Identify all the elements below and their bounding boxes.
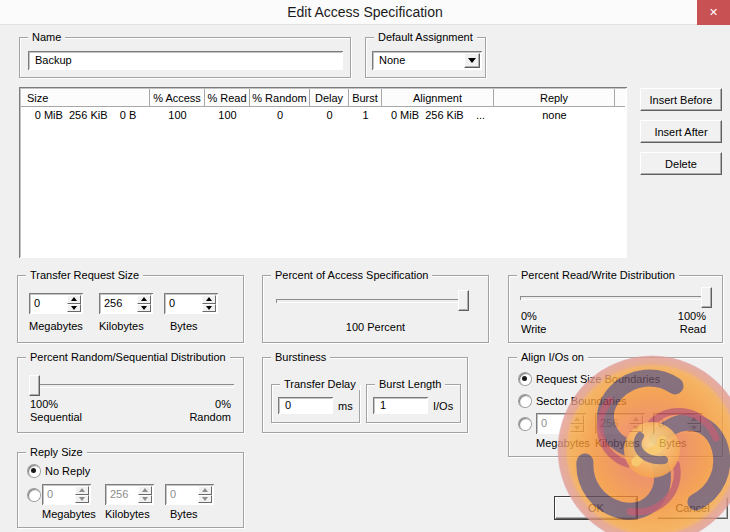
window-title: Edit Access Specification: [0, 4, 730, 20]
column-header-random[interactable]: % Random: [250, 89, 310, 106]
ok-button[interactable]: OK: [555, 497, 637, 519]
read-write-left-label: Write: [521, 323, 546, 335]
transfer-request-size-group: Transfer Request Size 0 256 0 Megabytes …: [17, 275, 244, 343]
default-assignment-label: Default Assignment: [374, 31, 477, 43]
spin-up-button[interactable]: [67, 295, 81, 304]
radio-no-reply[interactable]: [28, 465, 40, 477]
default-assignment-value: None: [374, 51, 405, 69]
column-header-delay[interactable]: Delay: [310, 89, 349, 106]
table-row[interactable]: 0 MiB 256 KiB 0 B 100 100 0 0 1 0 MiB 25…: [21, 107, 625, 123]
spin-down-button[interactable]: [137, 304, 151, 313]
slider-thumb[interactable]: [701, 287, 712, 308]
random-seq-slider[interactable]: [29, 384, 234, 388]
insert-after-button[interactable]: Insert After: [640, 120, 722, 143]
cell-delay: 0: [310, 109, 349, 121]
arrow-down-icon: [206, 306, 212, 310]
column-header-size[interactable]: Size: [21, 89, 150, 106]
cancel-button[interactable]: Cancel: [657, 497, 728, 519]
column-header-filler: [615, 89, 625, 106]
dropdown-arrow-button[interactable]: [464, 53, 480, 68]
read-write-right-label: Read: [680, 323, 706, 335]
random-seq-label: Percent Random/Sequential Distribution: [26, 351, 230, 363]
spin-up-button: [198, 486, 212, 495]
cell-access: 100: [150, 109, 205, 121]
spin-down-button: [198, 495, 212, 504]
arrow-down-icon: [79, 497, 85, 501]
cell-size: 0 MiB 256 KiB 0 B: [21, 109, 150, 121]
align-megabytes-value: 0: [541, 416, 568, 431]
chevron-down-icon: [468, 58, 476, 63]
arrow-up-icon: [71, 297, 77, 301]
close-icon: ✕: [709, 6, 718, 19]
random-seq-right-pct: 0%: [215, 398, 231, 410]
align-ios-label: Align I/Os on: [517, 351, 588, 363]
arrow-down-icon: [574, 426, 580, 430]
trs-megabytes-unit: Megabytes: [29, 320, 83, 332]
cell-random: 0: [250, 109, 310, 121]
column-header-burst[interactable]: Burst: [349, 89, 382, 106]
delete-label: Delete: [665, 158, 697, 170]
delete-button[interactable]: Delete: [640, 152, 722, 175]
close-button[interactable]: ✕: [697, 0, 730, 25]
name-group-label: Name: [28, 31, 65, 43]
ok-label: OK: [588, 502, 604, 514]
reply-megabytes-spinner: 0: [42, 484, 91, 505]
arrow-down-icon: [691, 426, 697, 430]
align-bytes-spinner: 0: [653, 413, 703, 434]
column-header-alignment[interactable]: Alignment: [382, 89, 494, 106]
cancel-label: Cancel: [675, 502, 709, 514]
titlebar: Edit Access Specification ✕: [0, 0, 730, 25]
reply-bytes-spinner: 0: [165, 484, 214, 505]
insert-before-button[interactable]: Insert Before: [640, 88, 722, 111]
arrow-up-icon: [142, 488, 148, 492]
spin-up-button: [629, 415, 643, 424]
radio-request-size-boundaries[interactable]: [519, 373, 531, 385]
align-bytes-value: 0: [658, 416, 685, 431]
spin-up-button: [138, 486, 152, 495]
transfer-delay-input[interactable]: 0: [278, 397, 333, 414]
read-write-group: Percent Read/Write Distribution 0% Write…: [508, 275, 723, 343]
table-header: Size % Access % Read % Random Delay Burs…: [21, 89, 625, 107]
trs-megabytes-spinner[interactable]: 0: [29, 293, 83, 314]
spin-down-button: [138, 495, 152, 504]
trs-megabytes-value: 0: [34, 296, 65, 311]
reply-size-group: Reply Size No Reply 0 256 0 Megabytes Ki…: [17, 452, 244, 528]
spin-up-button[interactable]: [137, 295, 151, 304]
name-input-value: Backup: [30, 51, 72, 69]
burst-length-group: Burst Length 1 I/Os: [366, 384, 461, 423]
burstiness-group: Burstiness Transfer Delay 0 ms Burst Len…: [262, 357, 468, 433]
arrow-up-icon: [206, 297, 212, 301]
spin-down-button: [570, 424, 584, 433]
transfer-delay-value: 0: [280, 397, 291, 413]
spin-down-button[interactable]: [202, 304, 216, 313]
burst-length-value: 1: [375, 397, 386, 413]
trs-bytes-spinner[interactable]: 0: [164, 293, 218, 314]
spin-up-button: [687, 415, 701, 424]
percent-access-label: Percent of Access Specification: [271, 269, 432, 281]
slider-thumb[interactable]: [29, 375, 40, 396]
reply-bytes-unit: Bytes: [170, 508, 198, 520]
radio-reply-custom[interactable]: [28, 489, 40, 501]
radio-align-custom[interactable]: [519, 418, 531, 430]
column-header-access[interactable]: % Access: [150, 89, 205, 106]
align-kilobytes-spinner: 256: [595, 413, 645, 434]
name-input[interactable]: Backup: [28, 51, 343, 70]
arrow-down-icon: [202, 497, 208, 501]
name-group: Name Backup: [19, 37, 351, 78]
percent-access-slider[interactable]: [276, 299, 469, 303]
spin-down-button[interactable]: [67, 304, 81, 313]
arrow-up-icon: [633, 417, 639, 421]
radio-sector-boundaries[interactable]: [519, 395, 531, 407]
cell-read: 100: [205, 109, 250, 121]
column-header-reply[interactable]: Reply: [494, 89, 615, 106]
reply-kilobytes-unit: Kilobytes: [105, 508, 150, 520]
column-header-read[interactable]: % Read: [205, 89, 250, 106]
slider-thumb[interactable]: [458, 290, 469, 311]
align-kilobytes-value: 256: [600, 416, 627, 431]
burst-length-input[interactable]: 1: [373, 397, 428, 414]
spin-up-button[interactable]: [202, 295, 216, 304]
reply-size-label: Reply Size: [26, 446, 87, 458]
trs-kilobytes-spinner[interactable]: 256: [99, 293, 153, 314]
default-assignment-dropdown[interactable]: None: [372, 51, 482, 70]
read-write-slider[interactable]: [520, 296, 712, 300]
